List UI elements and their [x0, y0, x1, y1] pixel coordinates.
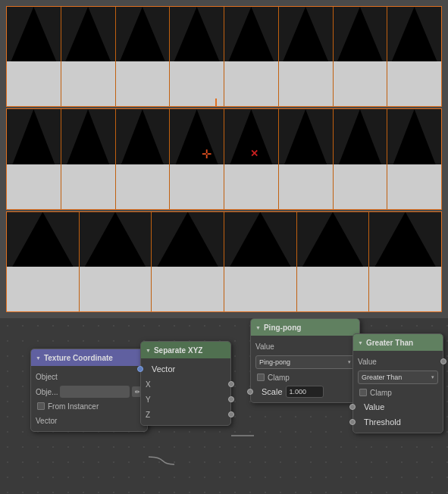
tri-cell	[387, 7, 441, 106]
input-socket-value[interactable]	[349, 404, 356, 410]
tri-cell	[334, 109, 388, 208]
ping-pong-dropdown-row: Ping-pong ▾	[251, 354, 359, 370]
tri-cell	[152, 212, 224, 311]
collapse-icon[interactable]: ▼	[146, 348, 151, 353]
collapse-icon[interactable]: ▼	[255, 325, 261, 330]
strip-1	[6, 6, 442, 107]
tri-cell	[116, 7, 171, 106]
separate-xyz-node: ▼ Separate XYZ Vector X Y Z	[140, 341, 231, 426]
tri-cell	[387, 109, 441, 208]
tri-cell	[369, 212, 441, 311]
scale-field[interactable]: 1.000	[286, 386, 324, 398]
clamp-label: Clamp	[370, 389, 392, 397]
object-field[interactable]	[60, 386, 130, 398]
greater-than-node: ▼ Greater Than Value Greater Than ▾ Clam…	[352, 333, 443, 433]
node-row-y: Y	[141, 392, 230, 407]
tri-cell	[116, 109, 171, 208]
vector-input-label: Vector	[146, 364, 175, 374]
node-title: Ping-pong	[264, 324, 301, 332]
clamp-label: Clamp	[268, 374, 290, 382]
tri-cell	[297, 212, 370, 311]
clamp-row: Clamp	[353, 386, 443, 399]
from-instancer-row: From Instancer	[31, 399, 147, 413]
output-socket-x[interactable]	[228, 381, 234, 387]
value-input-row: Value	[353, 399, 443, 414]
x-label: X	[146, 380, 226, 389]
node-row-value-out: Value	[251, 339, 359, 354]
tri-cell	[334, 7, 388, 106]
output-socket-z[interactable]	[228, 411, 234, 417]
vector-input-row: Vector	[141, 361, 230, 377]
strip-3	[6, 211, 442, 312]
scale-label: Scale	[255, 387, 283, 396]
input-socket-vector[interactable]	[137, 366, 143, 372]
output-socket-y[interactable]	[228, 396, 234, 402]
tri-cell	[224, 7, 279, 106]
tri-cell	[61, 109, 116, 208]
node-editor: ▼ Texture Coordinate Object Obje... ✏ Fr…	[0, 318, 448, 494]
node-row-z: Z	[141, 407, 230, 422]
node-title: Texture Coordinate	[44, 354, 113, 362]
input-socket-threshold[interactable]	[349, 419, 356, 425]
vertical-tick	[215, 98, 217, 106]
greater-than-dropdown[interactable]: Greater Than ▾	[358, 370, 438, 384]
node-header: ▼ Texture Coordinate	[31, 349, 147, 366]
clamp-checkbox[interactable]	[257, 374, 265, 381]
output-socket-value[interactable]	[440, 358, 446, 364]
node-title: Greater Than	[366, 339, 413, 347]
dropdown-arrow-icon: ▾	[431, 374, 434, 380]
collapse-icon[interactable]: ▼	[358, 340, 363, 345]
threshold-label: Threshold	[358, 417, 401, 427]
obje-label: Obje...	[36, 388, 58, 396]
node-body: Vector X Y Z	[141, 358, 230, 425]
tri-cell	[61, 7, 116, 106]
from-instancer-checkbox[interactable]	[37, 402, 45, 410]
tri-cell	[170, 7, 224, 106]
ping-pong-dropdown[interactable]: Ping-pong ▾	[255, 355, 355, 369]
tri-cell	[7, 7, 61, 106]
node-row-x: X	[141, 377, 230, 392]
node-row-vector: Vector	[31, 413, 147, 428]
node-header: ▼ Greater Than	[353, 334, 443, 351]
tri-cell	[7, 109, 61, 208]
tri-cell	[224, 109, 279, 208]
node-row-value-out: Value	[353, 354, 443, 369]
z-label: Z	[146, 411, 226, 419]
vector-label: Vector	[36, 417, 143, 425]
value-input-row: Scale 1.000	[251, 384, 359, 399]
texture-coordinate-node: ▼ Texture Coordinate Object Obje... ✏ Fr…	[30, 349, 148, 432]
viewport: ✛ ✕	[0, 0, 448, 318]
clamp-row: Clamp	[251, 370, 359, 384]
tri-cell	[224, 212, 297, 311]
value-out-label: Value	[255, 342, 355, 351]
from-instancer-label: From Instancer	[48, 402, 99, 411]
value-out-label: Value	[358, 358, 438, 366]
value-label: Value	[358, 402, 384, 411]
node-row-object: Object	[31, 369, 147, 384]
object-input-row: Obje... ✏	[31, 384, 147, 399]
tri-cell	[279, 109, 334, 208]
dropdown-label: Ping-pong	[259, 358, 290, 366]
tri-cell	[279, 7, 334, 106]
clamp-checkbox[interactable]	[359, 389, 367, 396]
object-output-label: Object	[36, 373, 143, 381]
strip-2: ✛ ✕	[6, 108, 442, 209]
tri-cell	[170, 109, 224, 208]
scale-value: 1.000	[290, 388, 307, 396]
threshold-input-row: Threshold	[353, 414, 443, 430]
input-socket-value[interactable]	[247, 389, 253, 395]
node-header: ▼ Ping-pong	[251, 319, 359, 336]
node-title: Separate XYZ	[154, 346, 202, 355]
node-body: Object Obje... ✏ From Instancer Vector	[31, 366, 147, 431]
collapse-icon[interactable]: ▼	[36, 355, 41, 361]
tri-cell	[7, 212, 80, 311]
dropdown-arrow-icon: ▾	[348, 359, 351, 365]
y-label: Y	[146, 396, 226, 404]
ping-pong-node: ▼ Ping-pong Value Ping-pong ▾ Clamp	[250, 318, 360, 403]
tri-cell	[80, 212, 152, 311]
dropdown-label: Greater Than	[362, 374, 402, 381]
node-body: Value Ping-pong ▾ Clamp Scale 1.000	[251, 336, 359, 402]
node-body: Value Greater Than ▾ Clamp Value	[353, 351, 443, 433]
greater-than-dropdown-row: Greater Than ▾	[353, 369, 443, 386]
node-header: ▼ Separate XYZ	[141, 342, 230, 358]
